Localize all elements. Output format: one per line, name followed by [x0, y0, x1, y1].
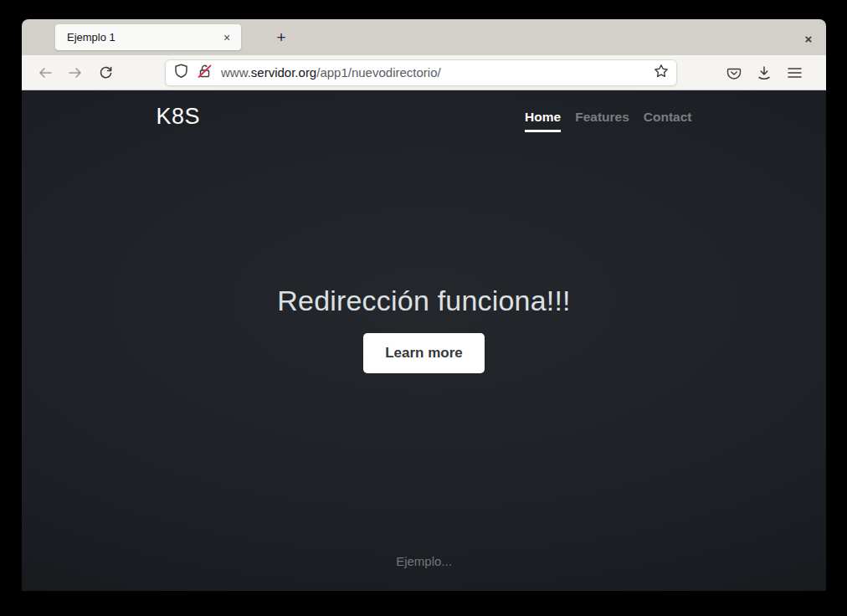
url-path: /app1/nuevodirectorio/ [316, 65, 440, 80]
pocket-icon [726, 65, 742, 80]
downloads-button[interactable] [750, 60, 778, 85]
reload-icon [99, 65, 113, 80]
tab-bar: Ejemplo 1 × + × [22, 19, 826, 55]
reload-button[interactable] [91, 60, 120, 85]
forward-button[interactable] [61, 60, 90, 85]
pocket-button[interactable] [720, 60, 748, 85]
forward-arrow-icon [68, 66, 83, 80]
hamburger-menu-icon [788, 67, 802, 79]
toolbar-right-group [719, 60, 809, 85]
tab-title: Ejemplo 1 [67, 31, 218, 44]
url-bar[interactable]: www.servidor.org/app1/nuevodirectorio/ [165, 59, 677, 86]
bookmark-star-button[interactable] [649, 62, 673, 84]
nav-item-home[interactable]: Home [525, 110, 561, 132]
site-brand[interactable]: K8S [157, 104, 201, 130]
site-header: K8S Home Features Contact [157, 90, 692, 132]
star-icon [654, 64, 669, 82]
url-prefix: www. [221, 65, 251, 80]
web-page-viewport: K8S Home Features Contact Redirección fu… [22, 90, 826, 591]
site-footer: Ejemplo... [157, 554, 692, 569]
nav-item-contact[interactable]: Contact [644, 110, 692, 132]
hero-heading: Redirección funciona!!! [157, 285, 692, 317]
browser-tab[interactable]: Ejemplo 1 × [55, 24, 241, 50]
urlbar-security-icons [174, 64, 213, 82]
back-button[interactable] [31, 60, 59, 85]
tracking-shield-icon[interactable] [174, 64, 188, 82]
menu-button[interactable] [780, 60, 808, 85]
tab-close-icon[interactable]: × [218, 28, 236, 47]
browser-window: Ejemplo 1 × + × [22, 19, 826, 591]
url-text[interactable]: www.servidor.org/app1/nuevodirectorio/ [221, 65, 649, 80]
insecure-lock-icon[interactable] [197, 64, 213, 82]
page-content: K8S Home Features Contact Redirección fu… [157, 90, 692, 591]
new-tab-button[interactable]: + [270, 26, 293, 49]
nav-item-features[interactable]: Features [575, 110, 629, 132]
back-arrow-icon [38, 66, 53, 80]
url-domain: servidor.org [251, 65, 316, 80]
site-nav: Home Features Contact [525, 104, 691, 132]
hero-section: Redirección funciona!!! Learn more [157, 285, 692, 373]
learn-more-button[interactable]: Learn more [363, 333, 485, 373]
navigation-toolbar: www.servidor.org/app1/nuevodirectorio/ [22, 55, 826, 90]
window-close-button[interactable]: × [798, 28, 819, 49]
footer-text: Ejemplo... [396, 554, 452, 568]
download-icon [757, 65, 772, 80]
